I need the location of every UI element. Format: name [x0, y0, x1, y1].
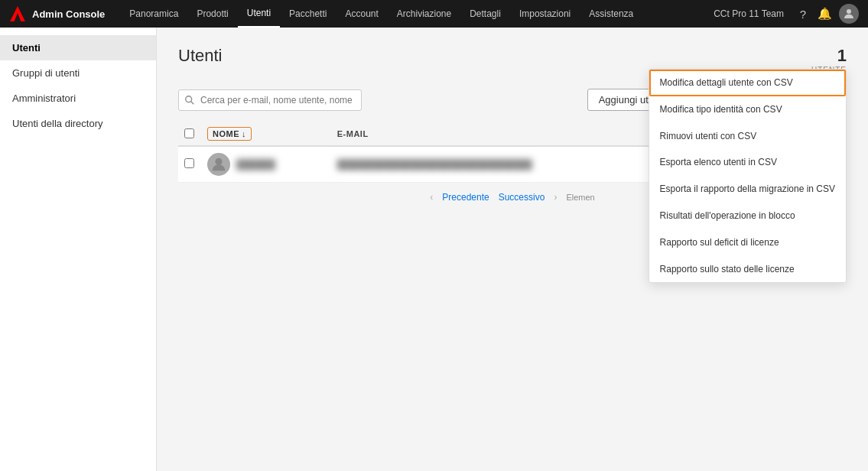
nav-panoramica[interactable]: Panoramica: [120, 0, 187, 28]
prev-button[interactable]: Precedente: [442, 192, 489, 203]
next-button[interactable]: Successivo: [499, 192, 545, 203]
nav-pacchetti[interactable]: Pacchetti: [280, 0, 336, 28]
nav-archiviazione[interactable]: Archiviazione: [388, 0, 460, 28]
main-content: Utenti 1 UTENTE Aggiungi utenti con CSV …: [157, 28, 868, 471]
svg-point-2: [847, 9, 851, 14]
app-logo[interactable]: Admin Console: [9, 5, 105, 22]
nav-account[interactable]: Account: [336, 0, 387, 28]
notifications-icon[interactable]: 🔔: [818, 7, 831, 21]
dropdown-item-0[interactable]: Modifica dettagli utente con CSV: [649, 70, 846, 96]
nav-utenti[interactable]: Utenti: [238, 0, 280, 28]
topnav-links: Panoramica Prodotti Utenti Pacchetti Acc…: [120, 0, 714, 28]
dropdown-item-7[interactable]: Rapporto sullo stato delle licenze: [649, 256, 846, 283]
prev-chevron-icon: ‹: [430, 192, 433, 203]
sidebar-item-amministratori[interactable]: Amministratori: [0, 86, 156, 111]
dropdown-item-4[interactable]: Esporta il rapporto della migrazione in …: [649, 176, 846, 203]
team-name: CCt Pro 11 Team: [714, 8, 784, 19]
svg-point-5: [215, 158, 222, 165]
user-avatar-icon: [210, 156, 227, 173]
sidebar-item-directory[interactable]: Utenti della directory: [0, 111, 156, 136]
nav-impostazioni[interactable]: Impostazioni: [510, 0, 580, 28]
row-checkbox[interactable]: [184, 158, 194, 168]
nav-prodotti[interactable]: Prodotti: [187, 0, 237, 28]
sort-arrow-icon: ↓: [242, 129, 246, 138]
user-avatar[interactable]: [839, 4, 859, 24]
dropdown-item-2[interactable]: Rimuovi utenti con CSV: [649, 123, 846, 150]
th-checkbox: [178, 122, 201, 146]
dropdown-item-3[interactable]: Esporta elenco utenti in CSV: [649, 149, 846, 176]
td-checkbox: [178, 146, 201, 183]
adobe-logo-icon: [9, 5, 26, 22]
user-count-number: 1: [811, 46, 847, 66]
th-name: NOME ↓: [201, 122, 331, 146]
nav-dettagli[interactable]: Dettagli: [460, 0, 510, 28]
dropdown-menu: Modifica dettagli utente con CSV Modific…: [649, 69, 847, 283]
sidebar-item-gruppi[interactable]: Gruppi di utenti: [0, 60, 156, 86]
user-avatar-sm: [207, 153, 230, 176]
pagination-info: Elemen: [566, 193, 594, 202]
nav-assistenza[interactable]: Assistenza: [580, 0, 642, 28]
user-name: ██████: [236, 159, 275, 170]
next-chevron-icon: ›: [554, 192, 557, 203]
main-layout: Utenti Gruppi di utenti Amministratori U…: [0, 28, 868, 471]
td-name: ██████: [201, 146, 331, 183]
svg-point-3: [186, 96, 192, 102]
svg-line-4: [191, 101, 194, 104]
help-icon[interactable]: ?: [796, 7, 810, 21]
topnav: Admin Console Panoramica Prodotti Utenti…: [0, 0, 868, 28]
app-title: Admin Console: [32, 8, 105, 20]
search-icon: [184, 95, 195, 106]
sidebar-item-utenti[interactable]: Utenti: [0, 35, 156, 60]
page-title: Utenti: [178, 46, 222, 66]
dropdown-item-1[interactable]: Modifica tipo identità con CSV: [649, 96, 846, 123]
th-email: E-MAIL: [331, 122, 666, 146]
sort-name-box[interactable]: NOME ↓: [207, 127, 252, 141]
avatar-icon: [842, 7, 856, 21]
td-email: ██████████████████████████████: [331, 146, 666, 183]
dropdown-item-5[interactable]: Risultati dell'operazione in blocco: [649, 203, 846, 229]
sidebar: Utenti Gruppi di utenti Amministratori U…: [0, 28, 157, 471]
dropdown-item-6[interactable]: Rapporto sul deficit di licenze: [649, 229, 846, 256]
user-email: ██████████████████████████████: [337, 159, 532, 170]
topnav-right: CCt Pro 11 Team ? 🔔: [714, 4, 859, 24]
search-input[interactable]: [178, 89, 362, 111]
search-input-wrap: [178, 89, 362, 111]
select-all-checkbox[interactable]: [184, 128, 194, 138]
